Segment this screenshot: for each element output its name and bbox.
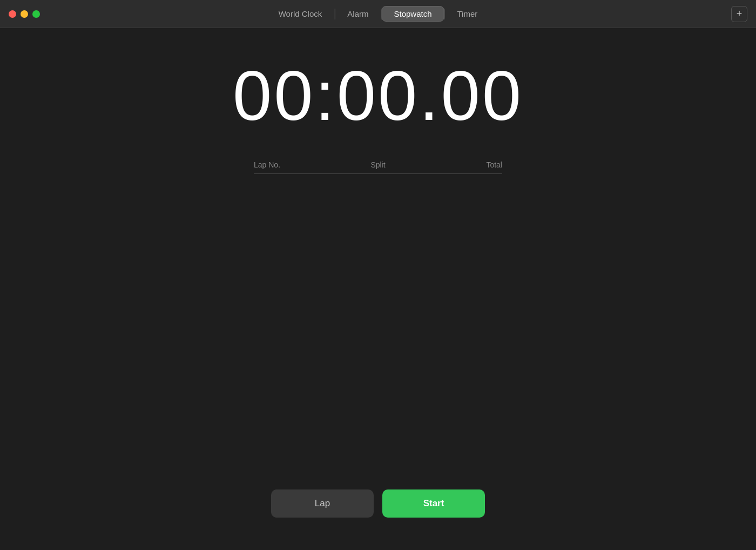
tab-timer[interactable]: Timer <box>445 6 490 22</box>
window-controls <box>9 10 40 18</box>
lap-table-header: Lap No. Split Total <box>254 160 502 174</box>
col-lap-no: Lap No. <box>254 160 336 169</box>
title-bar: World Clock Alarm Stopwatch Timer + <box>0 0 756 28</box>
add-button[interactable]: + <box>731 6 747 22</box>
col-split: Split <box>336 160 419 169</box>
tab-alarm[interactable]: Alarm <box>335 6 381 22</box>
stopwatch-display: 00:00.00 <box>233 61 523 131</box>
tab-world-clock[interactable]: World Clock <box>266 6 335 22</box>
main-content: 00:00.00 Lap No. Split Total Lap Start <box>0 28 756 550</box>
bottom-buttons: Lap Start <box>271 489 485 518</box>
minimize-button[interactable] <box>21 10 28 18</box>
start-button[interactable]: Start <box>382 489 485 518</box>
lap-button[interactable]: Lap <box>271 489 374 518</box>
maximize-button[interactable] <box>32 10 40 18</box>
tab-stopwatch[interactable]: Stopwatch <box>381 6 444 22</box>
tab-bar: World Clock Alarm Stopwatch Timer <box>266 6 490 22</box>
lap-table: Lap No. Split Total <box>254 160 502 174</box>
close-button[interactable] <box>9 10 16 18</box>
col-total: Total <box>420 160 502 169</box>
